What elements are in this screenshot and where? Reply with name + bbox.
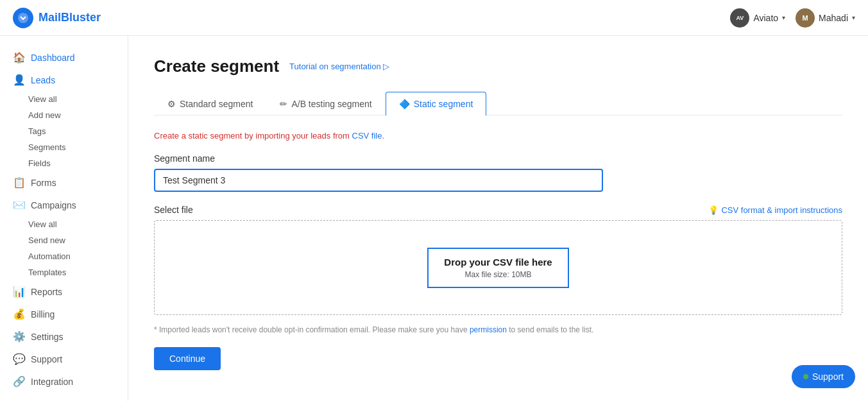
home-icon: 🏠 (13, 51, 26, 64)
aviato-label: Aviato (753, 13, 778, 23)
sidebar-item-forms[interactable]: 📋 Forms (0, 171, 128, 194)
page-title: Create segment (154, 56, 279, 76)
sidebar-label-forms: Forms (31, 178, 56, 188)
file-section-label: Select file (154, 205, 193, 215)
static-tab-icon: 🔷 (399, 99, 410, 109)
csv-link[interactable]: 💡 CSV format & import instructions (708, 205, 842, 215)
sidebar: 🏠 Dashboard 👤 Leads View all Add new Tag… (0, 36, 128, 401)
drop-box-subtitle: Max file size: 10MB (444, 270, 552, 279)
sidebar-item-integration[interactable]: 🔗 Integration (0, 370, 128, 393)
sidebar-label-support: Support (31, 354, 62, 364)
aviato-account[interactable]: AV Aviato ▾ (730, 8, 785, 28)
sidebar-item-settings[interactable]: ⚙️ Settings (0, 325, 128, 348)
tab-standard[interactable]: ⚙ Standard segment (154, 92, 266, 115)
layout: 🏠 Dashboard 👤 Leads View all Add new Tag… (0, 36, 868, 401)
csv-link-icon: 💡 (708, 205, 719, 215)
tab-ab-testing[interactable]: ✏ A/B testing segment (266, 92, 385, 115)
sidebar-item-dashboard[interactable]: 🏠 Dashboard (0, 46, 128, 69)
notice-highlight: CSV file (352, 131, 382, 141)
mahadi-label: Mahadi (819, 13, 848, 23)
sidebar-label-integration: Integration (31, 377, 73, 387)
sidebar-item-leads[interactable]: 👤 Leads (0, 69, 128, 91)
permission-note: * Imported leads won't receive double op… (154, 325, 842, 334)
logo: MailBluster (13, 8, 101, 28)
sidebar-item-leads-fields[interactable]: Fields (0, 155, 128, 171)
tab-ab-label: A/B testing segment (291, 99, 371, 109)
support-float-button[interactable]: Support (792, 365, 855, 388)
sidebar-item-campaigns[interactable]: ✉️ Campaigns (0, 194, 128, 216)
main-content: Create segment Tutorial on segmentation … (128, 36, 868, 401)
permission-link[interactable]: permission (470, 325, 507, 334)
sidebar-item-leads-tags[interactable]: Tags (0, 123, 128, 139)
campaigns-icon: ✉️ (13, 199, 26, 211)
sidebar-label-campaigns-templates: Templates (28, 268, 66, 277)
header: MailBluster AV Aviato ▾ M Mahadi ▾ (0, 0, 868, 36)
page-header: Create segment Tutorial on segmentation … (154, 56, 842, 76)
sidebar-label-settings: Settings (31, 332, 64, 342)
drop-box: Drop your CSV file here Max file size: 1… (427, 248, 568, 288)
sidebar-label-leads-tags: Tags (28, 126, 46, 136)
integration-icon: 🔗 (13, 375, 26, 388)
mahadi-chevron-icon: ▾ (852, 14, 855, 21)
sidebar-item-leads-addnew[interactable]: Add new (0, 107, 128, 123)
settings-icon: ⚙️ (13, 330, 26, 343)
tab-static[interactable]: 🔷 Static segment (386, 92, 487, 115)
sidebar-label-campaigns-viewall: View all (28, 219, 57, 229)
static-notice: Create a static segment by importing you… (154, 131, 842, 141)
sidebar-item-campaigns-viewall[interactable]: View all (0, 216, 128, 232)
drop-box-title: Drop your CSV file here (444, 257, 552, 268)
sidebar-item-campaigns-sendnew[interactable]: Send new (0, 232, 128, 248)
sidebar-item-campaigns-templates[interactable]: Templates (0, 264, 128, 280)
logo-text: MailBluster (38, 11, 101, 24)
mahadi-avatar: M (796, 8, 815, 28)
aviato-chevron-icon: ▾ (782, 14, 785, 21)
sidebar-label-campaigns-automation: Automation (28, 252, 71, 261)
tab-static-label: Static segment (414, 99, 473, 109)
header-accounts: AV Aviato ▾ M Mahadi ▾ (730, 8, 855, 28)
billing-icon: 💰 (13, 308, 26, 320)
forms-icon: 📋 (13, 176, 26, 189)
sidebar-label-leads-addnew: Add new (28, 110, 61, 120)
csv-link-label: CSV format & import instructions (721, 205, 842, 215)
logo-icon (13, 8, 33, 28)
file-section-header: Select file 💡 CSV format & import instru… (154, 205, 842, 215)
ab-tab-icon: ✏ (280, 99, 287, 109)
sidebar-label-campaigns-sendnew: Send new (28, 235, 65, 245)
continue-button[interactable]: Continue (154, 347, 221, 370)
aviato-avatar: AV (730, 8, 749, 28)
sidebar-item-campaigns-automation[interactable]: Automation (0, 248, 128, 264)
file-drop-zone[interactable]: Drop your CSV file here Max file size: 1… (154, 220, 842, 315)
support-icon: 💬 (13, 353, 26, 365)
support-button-label: Support (812, 371, 844, 382)
sidebar-label-reports: Reports (31, 287, 62, 297)
sidebar-label-leads-fields: Fields (28, 158, 51, 168)
sidebar-label-billing: Billing (31, 309, 55, 320)
segment-name-input[interactable] (154, 169, 603, 192)
sidebar-item-support[interactable]: 💬 Support (0, 348, 128, 370)
sidebar-label-leads-segments: Segments (28, 142, 66, 152)
standard-tab-icon: ⚙ (167, 99, 176, 109)
sidebar-label-campaigns: Campaigns (31, 200, 76, 210)
reports-icon: 📊 (13, 286, 26, 298)
mahadi-account[interactable]: M Mahadi ▾ (796, 8, 855, 28)
support-dot-icon (803, 374, 808, 379)
tab-standard-label: Standard segment (180, 99, 253, 109)
leads-icon: 👤 (13, 74, 26, 86)
sidebar-label-leads-viewall: View all (28, 94, 57, 104)
sidebar-item-billing[interactable]: 💰 Billing (0, 303, 128, 325)
sidebar-label-leads: Leads (31, 75, 55, 85)
sidebar-item-reports[interactable]: 📊 Reports (0, 280, 128, 303)
sidebar-item-leads-viewall[interactable]: View all (0, 91, 128, 107)
sidebar-label-dashboard: Dashboard (31, 53, 75, 63)
sidebar-item-leads-segments[interactable]: Segments (0, 139, 128, 155)
segment-name-label: Segment name (154, 153, 842, 164)
segment-tabs: ⚙ Standard segment ✏ A/B testing segment… (154, 92, 842, 115)
tutorial-link[interactable]: Tutorial on segmentation ▷ (289, 62, 389, 71)
